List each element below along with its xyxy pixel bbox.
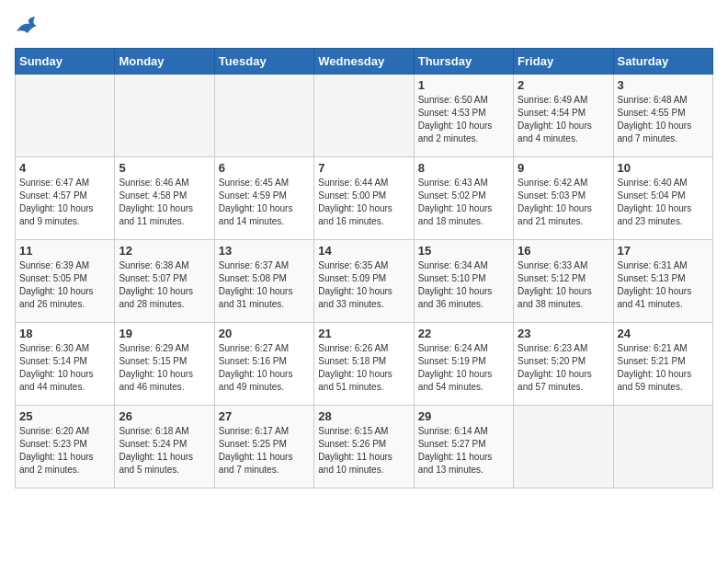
day-number: 15 <box>418 244 509 258</box>
weekday-header-wednesday: Wednesday <box>314 49 414 75</box>
day-number: 29 <box>418 409 509 423</box>
day-detail: Sunrise: 6:31 AM Sunset: 5:13 PM Dayligh… <box>618 259 709 311</box>
weekday-header-tuesday: Tuesday <box>214 49 313 75</box>
day-detail: Sunrise: 6:33 AM Sunset: 5:12 PM Dayligh… <box>518 259 609 311</box>
calendar-week-5: 25Sunrise: 6:20 AM Sunset: 5:23 PM Dayli… <box>16 406 713 488</box>
calendar-cell: 9Sunrise: 6:42 AM Sunset: 5:03 PM Daylig… <box>514 157 613 240</box>
day-detail: Sunrise: 6:38 AM Sunset: 5:07 PM Dayligh… <box>119 259 210 311</box>
day-number: 20 <box>219 327 310 340</box>
day-number: 17 <box>618 244 709 258</box>
day-detail: Sunrise: 6:29 AM Sunset: 5:15 PM Dayligh… <box>119 342 210 394</box>
day-detail: Sunrise: 6:17 AM Sunset: 5:25 PM Dayligh… <box>219 425 310 477</box>
day-detail: Sunrise: 6:14 AM Sunset: 5:27 PM Dayligh… <box>418 425 509 477</box>
calendar-cell: 8Sunrise: 6:43 AM Sunset: 5:02 PM Daylig… <box>414 157 513 240</box>
day-number: 1 <box>418 78 509 92</box>
day-number: 9 <box>518 161 609 175</box>
day-number: 3 <box>618 78 709 92</box>
weekday-header-thursday: Thursday <box>414 49 513 75</box>
calendar-week-2: 4Sunrise: 6:47 AM Sunset: 4:57 PM Daylig… <box>16 157 713 240</box>
day-detail: Sunrise: 6:42 AM Sunset: 5:03 PM Dayligh… <box>518 177 609 228</box>
day-number: 8 <box>418 161 509 175</box>
day-number: 22 <box>418 327 509 340</box>
day-detail: Sunrise: 6:26 AM Sunset: 5:18 PM Dayligh… <box>318 342 409 394</box>
day-number: 28 <box>318 409 409 423</box>
day-detail: Sunrise: 6:50 AM Sunset: 4:53 PM Dayligh… <box>418 94 509 145</box>
calendar-cell: 23Sunrise: 6:23 AM Sunset: 5:20 PM Dayli… <box>514 323 613 406</box>
calendar-cell: 14Sunrise: 6:35 AM Sunset: 5:09 PM Dayli… <box>314 240 414 323</box>
day-detail: Sunrise: 6:23 AM Sunset: 5:20 PM Dayligh… <box>518 342 609 394</box>
calendar-cell <box>314 75 414 157</box>
day-detail: Sunrise: 6:20 AM Sunset: 5:23 PM Dayligh… <box>19 425 110 477</box>
day-number: 18 <box>19 327 110 340</box>
calendar-cell: 16Sunrise: 6:33 AM Sunset: 5:12 PM Dayli… <box>514 240 613 323</box>
day-number: 14 <box>318 244 409 258</box>
calendar-cell: 12Sunrise: 6:38 AM Sunset: 5:07 PM Dayli… <box>115 240 214 323</box>
calendar-cell <box>514 406 613 488</box>
calendar-cell: 18Sunrise: 6:30 AM Sunset: 5:14 PM Dayli… <box>16 323 115 406</box>
calendar-cell: 4Sunrise: 6:47 AM Sunset: 4:57 PM Daylig… <box>16 157 115 240</box>
calendar-cell: 2Sunrise: 6:49 AM Sunset: 4:54 PM Daylig… <box>514 75 613 157</box>
weekday-header-monday: Monday <box>115 49 214 75</box>
day-detail: Sunrise: 6:15 AM Sunset: 5:26 PM Dayligh… <box>318 425 409 477</box>
day-number: 5 <box>119 161 210 175</box>
day-detail: Sunrise: 6:46 AM Sunset: 4:58 PM Dayligh… <box>119 177 210 228</box>
day-number: 27 <box>219 409 310 423</box>
calendar-cell: 6Sunrise: 6:45 AM Sunset: 4:59 PM Daylig… <box>214 157 313 240</box>
day-number: 6 <box>219 161 310 175</box>
calendar-cell: 29Sunrise: 6:14 AM Sunset: 5:27 PM Dayli… <box>414 406 513 488</box>
calendar-cell: 26Sunrise: 6:18 AM Sunset: 5:24 PM Dayli… <box>115 406 214 488</box>
day-detail: Sunrise: 6:45 AM Sunset: 4:59 PM Dayligh… <box>219 177 310 228</box>
weekday-header-saturday: Saturday <box>613 49 712 75</box>
day-detail: Sunrise: 6:24 AM Sunset: 5:19 PM Dayligh… <box>418 342 509 394</box>
weekday-header-sunday: Sunday <box>16 49 115 75</box>
day-detail: Sunrise: 6:44 AM Sunset: 5:00 PM Dayligh… <box>318 177 409 228</box>
calendar-header: SundayMondayTuesdayWednesdayThursdayFrid… <box>16 49 713 75</box>
logo-bird-icon <box>15 15 42 37</box>
day-number: 13 <box>219 244 310 258</box>
day-number: 2 <box>518 78 609 92</box>
day-detail: Sunrise: 6:30 AM Sunset: 5:14 PM Dayligh… <box>19 342 110 394</box>
calendar-cell: 20Sunrise: 6:27 AM Sunset: 5:16 PM Dayli… <box>214 323 313 406</box>
day-detail: Sunrise: 6:47 AM Sunset: 4:57 PM Dayligh… <box>19 177 110 228</box>
calendar-cell <box>16 75 115 157</box>
calendar-cell: 25Sunrise: 6:20 AM Sunset: 5:23 PM Dayli… <box>16 406 115 488</box>
weekday-header-row: SundayMondayTuesdayWednesdayThursdayFrid… <box>16 49 713 75</box>
calendar-cell: 7Sunrise: 6:44 AM Sunset: 5:00 PM Daylig… <box>314 157 414 240</box>
day-detail: Sunrise: 6:49 AM Sunset: 4:54 PM Dayligh… <box>518 94 609 145</box>
calendar-cell: 19Sunrise: 6:29 AM Sunset: 5:15 PM Dayli… <box>115 323 214 406</box>
calendar-cell <box>214 75 313 157</box>
day-number: 21 <box>318 327 409 340</box>
calendar-cell: 22Sunrise: 6:24 AM Sunset: 5:19 PM Dayli… <box>414 323 513 406</box>
calendar-cell: 21Sunrise: 6:26 AM Sunset: 5:18 PM Dayli… <box>314 323 414 406</box>
calendar-cell: 11Sunrise: 6:39 AM Sunset: 5:05 PM Dayli… <box>16 240 115 323</box>
calendar-week-3: 11Sunrise: 6:39 AM Sunset: 5:05 PM Dayli… <box>16 240 713 323</box>
day-number: 19 <box>119 327 210 340</box>
calendar-week-1: 1Sunrise: 6:50 AM Sunset: 4:53 PM Daylig… <box>16 75 713 157</box>
day-detail: Sunrise: 6:18 AM Sunset: 5:24 PM Dayligh… <box>119 425 210 477</box>
day-detail: Sunrise: 6:21 AM Sunset: 5:21 PM Dayligh… <box>618 342 709 394</box>
calendar-cell: 24Sunrise: 6:21 AM Sunset: 5:21 PM Dayli… <box>613 323 712 406</box>
calendar-cell: 17Sunrise: 6:31 AM Sunset: 5:13 PM Dayli… <box>613 240 712 323</box>
day-detail: Sunrise: 6:35 AM Sunset: 5:09 PM Dayligh… <box>318 259 409 311</box>
day-detail: Sunrise: 6:40 AM Sunset: 5:04 PM Dayligh… <box>618 177 709 228</box>
day-detail: Sunrise: 6:37 AM Sunset: 5:08 PM Dayligh… <box>219 259 310 311</box>
day-number: 7 <box>318 161 409 175</box>
calendar-week-4: 18Sunrise: 6:30 AM Sunset: 5:14 PM Dayli… <box>16 323 713 406</box>
weekday-header-friday: Friday <box>514 49 613 75</box>
day-detail: Sunrise: 6:27 AM Sunset: 5:16 PM Dayligh… <box>219 342 310 394</box>
day-number: 11 <box>19 244 110 258</box>
calendar-cell: 10Sunrise: 6:40 AM Sunset: 5:04 PM Dayli… <box>613 157 712 240</box>
calendar-table: SundayMondayTuesdayWednesdayThursdayFrid… <box>15 48 713 488</box>
day-number: 25 <box>19 409 110 423</box>
calendar-body: 1Sunrise: 6:50 AM Sunset: 4:53 PM Daylig… <box>16 75 713 488</box>
day-detail: Sunrise: 6:39 AM Sunset: 5:05 PM Dayligh… <box>19 259 110 311</box>
day-detail: Sunrise: 6:48 AM Sunset: 4:55 PM Dayligh… <box>618 94 709 145</box>
logo <box>15 15 46 37</box>
calendar-cell: 27Sunrise: 6:17 AM Sunset: 5:25 PM Dayli… <box>214 406 313 488</box>
day-number: 10 <box>618 161 709 175</box>
calendar-cell: 15Sunrise: 6:34 AM Sunset: 5:10 PM Dayli… <box>414 240 513 323</box>
calendar-cell: 13Sunrise: 6:37 AM Sunset: 5:08 PM Dayli… <box>214 240 313 323</box>
header <box>15 15 713 37</box>
day-number: 16 <box>518 244 609 258</box>
day-number: 4 <box>19 161 110 175</box>
